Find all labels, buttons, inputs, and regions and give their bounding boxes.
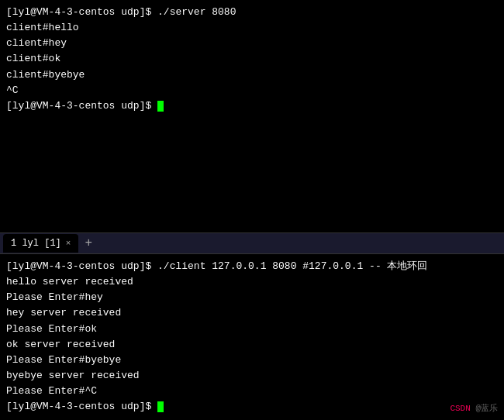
terminal-line: client#ok xyxy=(6,51,498,67)
terminal-line: Please Enter#ok xyxy=(6,322,498,337)
terminal-line: byebye server received xyxy=(6,368,498,384)
terminal-line: hello server received xyxy=(6,274,498,290)
terminal-line: client#byebye xyxy=(6,67,498,83)
tab-close-icon[interactable]: × xyxy=(66,239,71,248)
terminal-line: Please Enter#hey xyxy=(6,290,498,305)
cursor xyxy=(157,101,164,112)
cursor xyxy=(157,401,164,412)
watermark-csdn: CSDN xyxy=(450,404,470,413)
tab-bar: 1 lyl [1]×+ xyxy=(0,232,504,254)
tab-label: 1 lyl [1] xyxy=(11,238,61,249)
terminal-line: client#hey xyxy=(6,36,498,51)
terminal-line: [lyl@VM-4-3-centos udp]$ ./client 127.0.… xyxy=(6,259,498,274)
terminal-line: Please Enter#byebye xyxy=(6,353,498,368)
terminal-line: ok server received xyxy=(6,337,498,353)
terminal-line: [lyl@VM-4-3-centos udp]$ ./server 8080 xyxy=(6,5,498,20)
terminal-bottom-pane: [lyl@VM-4-3-centos udp]$ ./client 127.0.… xyxy=(0,254,504,420)
terminal-line: Please Enter#^C xyxy=(6,384,498,399)
tab-item[interactable]: 1 lyl [1]× xyxy=(3,234,78,253)
terminal-top-pane: [lyl@VM-4-3-centos udp]$ ./server 8080cl… xyxy=(0,0,504,232)
terminal-line: hey server received xyxy=(6,305,498,321)
watermark-author: @蓝乐 xyxy=(475,404,498,413)
terminal-line: client#hello xyxy=(6,20,498,36)
watermark: CSDN @蓝乐 xyxy=(450,402,498,415)
tab-add-button[interactable]: + xyxy=(80,235,97,252)
terminal-line: ^C xyxy=(6,83,498,98)
terminal-line: [lyl@VM-4-3-centos udp]$ xyxy=(6,399,498,415)
terminal-line: [lyl@VM-4-3-centos udp]$ xyxy=(6,98,498,114)
